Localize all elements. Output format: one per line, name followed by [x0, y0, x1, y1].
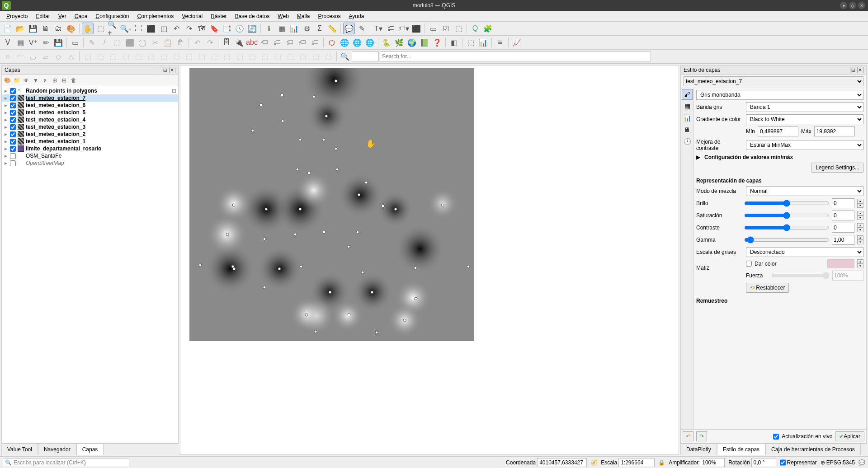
layer-visibility-checkbox[interactable] — [10, 146, 16, 152]
expand-icon[interactable]: ▸ — [4, 153, 8, 159]
saturation-input[interactable] — [832, 211, 854, 220]
min-input[interactable] — [758, 126, 798, 136]
layers-style-button[interactable]: 🎨 — [3, 76, 11, 84]
add-vector-button[interactable]: V — [2, 37, 14, 48]
style-panel-close-button[interactable]: ✕ — [857, 67, 863, 73]
left-tab-value-tool[interactable]: Value Tool — [1, 444, 38, 455]
expand-icon[interactable]: ▸ — [4, 88, 8, 94]
right-tab-dataplotly[interactable]: DataPlotly — [680, 444, 717, 455]
mag-input[interactable] — [700, 458, 725, 467]
nominatim-button[interactable]: 🔍 — [339, 51, 351, 62]
adv-tool-15[interactable]: ⬚ — [259, 51, 271, 62]
shape-tool-1[interactable]: ○ — [2, 51, 14, 62]
adv-tool-1[interactable]: ⬚ — [82, 51, 94, 62]
menu-procesos[interactable]: Procesos — [315, 12, 344, 20]
extents-icon[interactable]: 🧭 — [590, 459, 597, 466]
maximize-button[interactable]: ◇ — [849, 2, 856, 9]
contrast-select[interactable]: Estirar a MinMax — [746, 140, 863, 150]
adv-tool-16[interactable]: ⬚ — [272, 51, 283, 62]
menu-web[interactable]: Web — [274, 12, 292, 20]
layer-row[interactable]: ▸test_meteo_estacion_2 — [2, 131, 178, 138]
max-input[interactable] — [814, 126, 855, 136]
adv-tool-11[interactable]: ⬚ — [208, 51, 220, 62]
zoom-in-button[interactable]: 🔍+ — [107, 23, 119, 34]
close-button[interactable]: ✕ — [858, 2, 865, 9]
zoom-full-button[interactable]: ⛶ — [132, 23, 144, 34]
data-source-button[interactable]: 🔌 — [233, 37, 245, 48]
colorize-color-button[interactable] — [827, 259, 854, 268]
adv-tool-9[interactable]: ⬚ — [183, 51, 195, 62]
gray-band-select[interactable]: Banda 1 — [746, 102, 863, 112]
map-tips-button[interactable]: 💬 — [343, 23, 355, 34]
scale-input[interactable] — [618, 458, 655, 467]
minimize-button[interactable]: ▾ — [840, 2, 847, 9]
zoom-last-button[interactable]: ↶ — [170, 23, 182, 34]
layer-visibility-checkbox[interactable] — [10, 131, 16, 137]
style-redo-button[interactable]: ↷ — [696, 431, 707, 441]
lock-icon[interactable]: 🔒 — [658, 459, 665, 466]
zoom-layer-button[interactable]: ◫ — [158, 23, 170, 34]
layers-visibility-button[interactable]: 👁 — [22, 76, 30, 84]
style-undo-button[interactable]: ↶ — [683, 431, 693, 441]
adv-tool-19[interactable]: ⬚ — [310, 51, 321, 62]
label-toolbar-1[interactable]: 🏷 — [259, 37, 270, 48]
blend-select[interactable]: Normal — [746, 186, 863, 196]
right-tab-estilo-de-capas[interactable]: Estilo de capas — [717, 444, 765, 455]
colorize-checkbox[interactable] — [746, 261, 752, 267]
diagram-button[interactable]: ⬛ — [410, 23, 422, 34]
legend-settings-button[interactable]: Legend Settings... — [811, 163, 863, 173]
layer-row[interactable]: ▸OSM_SantaFe — [2, 152, 178, 159]
edit-tool-7[interactable]: 📋 — [162, 37, 174, 48]
layer-row[interactable]: ▸○Random points in polygons⊡ — [2, 87, 178, 94]
expand-icon[interactable]: ▸ — [4, 95, 8, 101]
pan-to-selection-button[interactable]: ⬚ — [94, 23, 106, 34]
symbology-tab[interactable]: 🖌 — [682, 89, 693, 100]
shape-tool-4[interactable]: ▱ — [40, 51, 52, 62]
select-features-button[interactable]: ▭ — [427, 23, 439, 34]
save-edits-button[interactable]: 💾 — [52, 37, 64, 48]
grayscale-select[interactable]: Desconectado — [746, 247, 863, 257]
help-button[interactable]: ❓ — [431, 37, 443, 48]
menu-complementos[interactable]: Complementos — [134, 12, 178, 20]
layers-expand-button[interactable]: ⊞ — [51, 76, 59, 84]
label-button[interactable]: 🏷 — [385, 23, 397, 34]
expand-icon[interactable]: ▸ — [4, 145, 8, 152]
menu-ayuda[interactable]: Ayuda — [345, 12, 368, 20]
current-edits-button[interactable]: ▭ — [69, 37, 81, 48]
brightness-slider[interactable] — [744, 200, 829, 207]
label-options-button[interactable]: 🏷▾ — [398, 23, 410, 34]
apply-button[interactable]: ✔Aplicar — [835, 431, 864, 441]
style-manager-button[interactable]: 🎨 — [65, 23, 77, 34]
adv-tool-7[interactable]: ⬚ — [158, 51, 170, 62]
label-toolbar-4[interactable]: 🏷 — [297, 37, 308, 48]
gamma-down[interactable]: ▾ — [857, 240, 863, 244]
nominatim-scale-input[interactable] — [352, 51, 379, 61]
gamma-slider[interactable] — [744, 236, 829, 243]
layer-row[interactable]: ▸test_meteo_estacion_3 — [2, 123, 178, 131]
label-toolbar-3[interactable]: 🏷 — [284, 37, 296, 48]
edit-tool-3[interactable]: ⬚ — [111, 37, 123, 48]
layer-row[interactable]: ▸OpenStreetMap — [2, 159, 178, 167]
layer-visibility-checkbox[interactable] — [10, 110, 16, 116]
grass-button[interactable]: 🌿 — [393, 37, 405, 48]
rendering-tab[interactable]: 🖥 — [682, 124, 693, 135]
processing-button[interactable]: 📗 — [419, 37, 430, 48]
adv-tool-8[interactable]: ⬚ — [170, 51, 182, 62]
attribute-table-button[interactable]: ▦ — [276, 23, 288, 34]
layer-row[interactable]: ▸test_meteo_estacion_4 — [2, 116, 178, 123]
contrast-down[interactable]: ▾ — [857, 228, 863, 232]
dataplotly-button[interactable]: 📈 — [511, 37, 523, 48]
layer-tree[interactable]: ▸○Random points in polygons⊡▸test_meteo_… — [2, 86, 178, 443]
edit-tool-2[interactable]: / — [99, 37, 110, 48]
adv-tool-10[interactable]: ⬚ — [196, 51, 208, 62]
edit-tool-4[interactable]: ⬛ — [124, 37, 136, 48]
layers-expression-button[interactable]: ε — [41, 76, 49, 84]
new-map-view-button[interactable]: 🗺 — [196, 23, 208, 34]
refresh-button[interactable]: 🔄 — [246, 23, 258, 34]
adv-tool-18[interactable]: ⬚ — [297, 51, 309, 62]
menu-proyecto[interactable]: Proyecto — [3, 12, 31, 20]
layer-visibility-checkbox[interactable] — [10, 95, 16, 101]
annotation-button[interactable]: ✎ — [356, 23, 368, 34]
crs-button[interactable]: ⊕ EPSG:5345 — [821, 459, 855, 466]
label-toolbar-2[interactable]: 🏷 — [271, 37, 283, 48]
